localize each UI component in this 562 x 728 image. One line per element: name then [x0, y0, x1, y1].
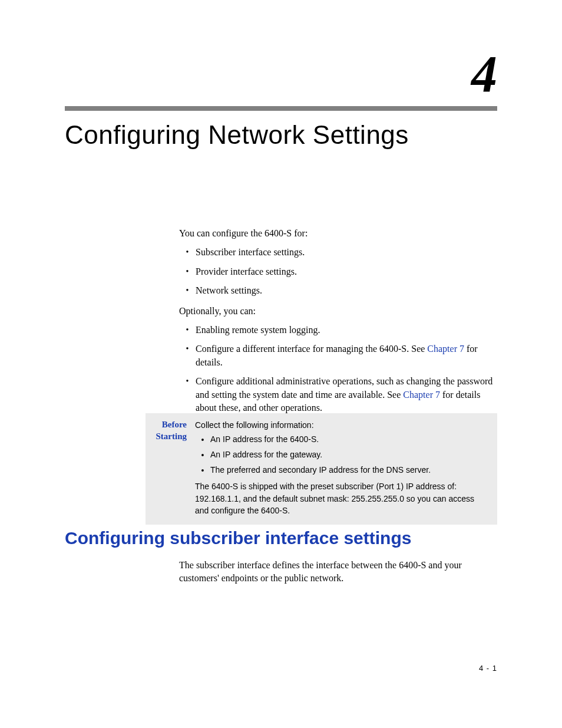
bullet-icon: •: [195, 449, 210, 462]
chapter-rule: [65, 106, 497, 111]
before-starting-body: Collect the following information: • An …: [187, 419, 489, 516]
bullet-icon: •: [179, 324, 196, 337]
list-item: • Enabling remote system logging.: [179, 324, 497, 337]
list-item: • Configure additional administrative op…: [179, 375, 497, 414]
intro-lead: You can configure the 6400-S for:: [179, 227, 497, 240]
config-list: • Subscriber interface settings. • Provi…: [179, 246, 497, 297]
before-lead: Collect the following information:: [195, 419, 489, 431]
optional-lead: Optionally, you can:: [179, 305, 497, 318]
before-starting-box: Before Starting Collect the following in…: [146, 413, 497, 525]
before-starting-label: Before Starting: [154, 419, 187, 516]
bullet-icon: •: [179, 284, 196, 297]
text-span: Configure a different interface for mana…: [196, 344, 427, 354]
before-note: The 6400-S is shipped with the preset su…: [195, 480, 489, 516]
before-list: • An IP address for the 6400-S. • An IP …: [195, 433, 489, 477]
list-item-text: Configure a different interface for mana…: [196, 342, 497, 369]
list-item-text: Provider interface settings.: [196, 265, 497, 278]
bullet-icon: •: [179, 246, 196, 259]
bullet-icon: •: [179, 265, 196, 278]
list-item: • Configure a different interface for ma…: [179, 342, 497, 369]
label-line: Starting: [154, 431, 187, 443]
optional-list: • Enabling remote system logging. • Conf…: [179, 324, 497, 414]
bullet-icon: •: [195, 464, 210, 477]
chapter-7-link[interactable]: Chapter 7: [427, 344, 464, 354]
list-item: • Provider interface settings.: [179, 265, 497, 278]
list-item: • Network settings.: [179, 284, 497, 297]
list-item: • An IP address for the gateway.: [195, 449, 489, 462]
section-heading: Configuring subscriber interface setting…: [65, 528, 411, 548]
list-item-text: Configure additional administrative oper…: [196, 375, 497, 414]
list-item: • The preferred and secondary IP address…: [195, 464, 489, 477]
chapter-number: 4: [471, 44, 497, 104]
list-item-text: The preferred and secondary IP address f…: [210, 464, 489, 477]
section-body: The subscriber interface defines the int…: [179, 559, 497, 585]
list-item-text: An IP address for the 6400-S.: [210, 433, 489, 446]
bullet-icon: •: [179, 375, 196, 414]
chapter-7-link[interactable]: Chapter 7: [403, 390, 440, 400]
list-item: • An IP address for the 6400-S.: [195, 433, 489, 446]
list-item-text: An IP address for the gateway.: [210, 449, 489, 462]
list-item-text: Network settings.: [196, 284, 497, 297]
bullet-icon: •: [179, 342, 196, 369]
list-item-text: Enabling remote system logging.: [196, 324, 497, 337]
bullet-icon: •: [195, 433, 210, 446]
intro-content: You can configure the 6400-S for: • Subs…: [179, 227, 497, 421]
chapter-title: Configuring Network Settings: [65, 120, 409, 150]
list-item: • Subscriber interface settings.: [179, 246, 497, 259]
page-number: 4 - 1: [479, 664, 497, 673]
label-line: Before: [154, 419, 187, 431]
list-item-text: Subscriber interface settings.: [196, 246, 497, 259]
